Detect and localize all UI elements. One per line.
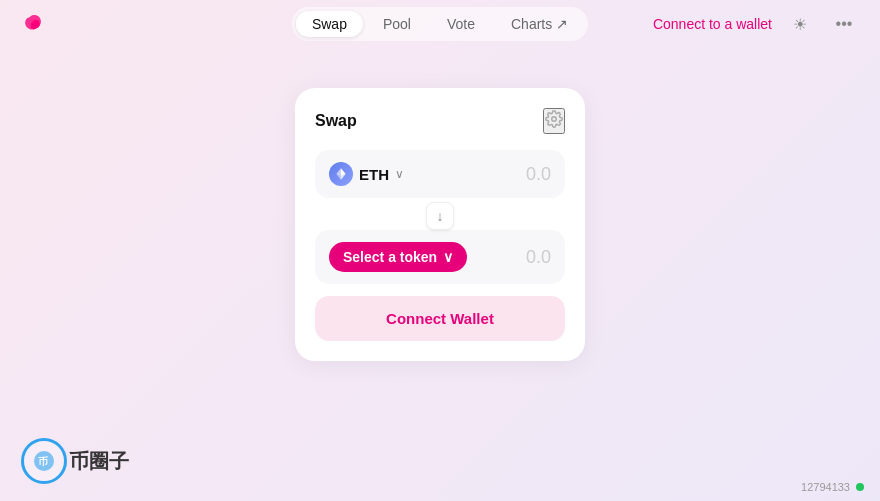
swap-direction-divider: ↓	[315, 202, 565, 230]
gear-icon	[545, 114, 563, 131]
logo	[20, 10, 48, 38]
main-content: Swap	[0, 48, 880, 361]
watermark-inner-icon: 币	[32, 449, 56, 473]
svg-marker-1	[341, 168, 346, 176]
logo-icon	[20, 10, 48, 38]
svg-marker-2	[336, 168, 341, 176]
watermark-text: 币圈子	[69, 448, 129, 475]
to-token-amount: 0.0	[526, 247, 551, 268]
to-token-row: Select a token ∨ 0.0	[315, 230, 565, 284]
sun-icon: ☀	[793, 15, 807, 34]
ellipsis-icon: •••	[836, 15, 853, 33]
from-token-symbol: ETH	[359, 166, 389, 183]
from-token-selector[interactable]: ETH ∨	[329, 162, 404, 186]
tab-pool[interactable]: Pool	[367, 11, 427, 37]
bottom-bar: 12794133	[801, 481, 864, 493]
network-status-dot	[856, 483, 864, 491]
from-token-amount: 0.0	[526, 164, 551, 185]
svg-point-0	[552, 117, 557, 122]
nav-tabs: Swap Pool Vote Charts ↗	[292, 7, 588, 41]
block-number: 12794133	[801, 481, 850, 493]
select-token-chevron-icon: ∨	[443, 249, 453, 265]
from-token-chevron-icon: ∨	[395, 167, 404, 181]
watermark: 币 币圈子	[0, 431, 150, 491]
more-options-button[interactable]: •••	[828, 8, 860, 40]
select-token-label: Select a token	[343, 249, 437, 265]
down-arrow-icon: ↓	[437, 208, 444, 224]
swap-card-header: Swap	[315, 108, 565, 134]
tab-charts[interactable]: Charts ↗	[495, 11, 584, 37]
from-token-row: ETH ∨ 0.0	[315, 150, 565, 198]
connect-wallet-card-button[interactable]: Connect Wallet	[315, 296, 565, 341]
watermark-circle: 币	[21, 438, 67, 484]
swap-card: Swap	[295, 88, 585, 361]
svg-text:币: 币	[38, 456, 48, 467]
select-token-button[interactable]: Select a token ∨	[329, 242, 467, 272]
tab-vote[interactable]: Vote	[431, 11, 491, 37]
swap-card-title: Swap	[315, 112, 357, 130]
swap-direction-button[interactable]: ↓	[426, 202, 454, 230]
theme-toggle-button[interactable]: ☀	[784, 8, 816, 40]
header: Swap Pool Vote Charts ↗ Connect to a wal…	[0, 0, 880, 48]
settings-button[interactable]	[543, 108, 565, 134]
tab-swap[interactable]: Swap	[296, 11, 363, 37]
eth-icon	[329, 162, 353, 186]
header-right: Connect to a wallet ☀ •••	[653, 8, 860, 40]
connect-wallet-header-button[interactable]: Connect to a wallet	[653, 16, 772, 32]
